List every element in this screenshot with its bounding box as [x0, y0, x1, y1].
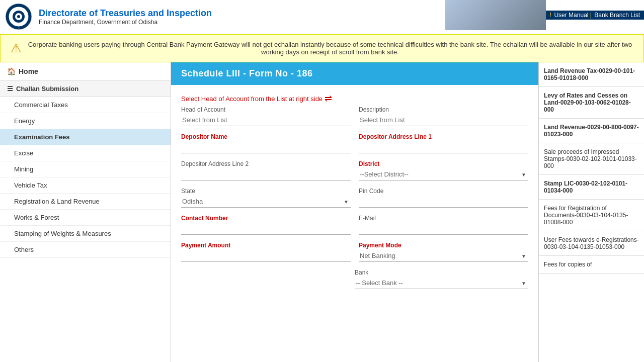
sidebar-section-header: ☰ Challan Submission [0, 81, 171, 97]
district-select-wrapper: --Select District-- [359, 168, 528, 180]
sidebar-item-energy[interactable]: Energy [0, 113, 171, 129]
right-panel-item-3[interactable]: Sale proceeds of Impressed Stamps-0030-0… [539, 143, 644, 175]
content-area: Schedule LIII - Form No - 186 Select Hea… [171, 62, 644, 362]
head-of-account-label: Head of Account [181, 106, 351, 113]
arrow-icon: ⇌ [325, 93, 332, 104]
bank-select[interactable]: -- Select Bank -- [355, 277, 528, 289]
right-panel-item-7[interactable]: Fees for copies of [539, 256, 644, 274]
depositor-name-label: Depositor Name [181, 133, 351, 140]
notice-banner: ⚠ Corporate banking users paying through… [0, 34, 644, 62]
hoa-notice: Select Head of Account from the List at … [181, 93, 528, 104]
state-label: State [181, 188, 351, 195]
email-label: E-Mail [359, 215, 528, 222]
list-icon: ☰ [7, 85, 13, 93]
depositor-address1-label: Depositor Address Line 1 [359, 133, 528, 140]
highlight-mark: ! [550, 12, 551, 19]
payment-mode-select[interactable]: Net Banking [359, 250, 528, 262]
depositor-address1-input[interactable] [359, 141, 528, 153]
depositor-address2-field: Depositor Address Line 2 [181, 160, 351, 180]
header-links: ! User Manual | Bank Branch List [546, 11, 644, 20]
sidebar-item-vehicle-tax[interactable]: Vehicle Tax [0, 177, 171, 194]
sidebar-item-mining[interactable]: Mining [0, 161, 171, 177]
right-panel-item-label-0: Land Revenue Tax [544, 67, 597, 74]
logo: ☆ [5, 3, 33, 31]
section-label: Challan Submission [16, 85, 78, 93]
contact-email-row: Contact Number E-Mail [181, 215, 528, 235]
pipe-separator: | [590, 12, 593, 19]
bank-select-wrapper: -- Select Bank -- [355, 277, 528, 289]
payment-amount-input[interactable] [181, 250, 351, 262]
right-panel-item-label-4: Stamp LIC [544, 180, 574, 187]
warning-icon: ⚠ [11, 41, 22, 55]
description-label: Description [359, 106, 528, 113]
sidebar-item-excise[interactable]: Excise [0, 145, 171, 161]
contact-field: Contact Number [181, 215, 351, 235]
right-panel-item-label-6: User Fees towards e-Registrations [544, 236, 637, 243]
home-label: Home [19, 67, 38, 75]
description-field: Description [359, 106, 528, 126]
bank-branch-list-link[interactable]: Bank Branch List [594, 12, 640, 19]
right-panel-item-6[interactable]: User Fees towards e-Registrations-0030-0… [539, 231, 644, 256]
hoa-notice-row: Select Head of Account from the List at … [181, 93, 528, 104]
head-of-account-field: Head of Account [181, 106, 351, 126]
site-subtitle: Finance Department, Government of Odisha [39, 19, 212, 26]
bank-row: Bank -- Select Bank -- [181, 269, 528, 289]
header-text: Directorate of Treasuries and Inspection… [39, 8, 212, 26]
sidebar-item-works-forest[interactable]: Works & Forest [0, 210, 171, 226]
depositor-address2-input[interactable] [181, 168, 351, 180]
pin-code-field: Pin Code [359, 188, 528, 208]
header-right: ! User Manual | Bank Branch List [445, 0, 644, 30]
head-of-account-input[interactable] [181, 114, 351, 126]
right-panel-item-5[interactable]: Fees for Registration of Documents-0030-… [539, 200, 644, 231]
svg-point-4 [17, 15, 20, 18]
right-panel-item-2[interactable]: Land Revenue-0029-00-800-0097-01023-000 [539, 119, 644, 143]
depositor-address1-field: Depositor Address Line 1 [359, 133, 528, 153]
state-select-wrapper: Odisha [181, 196, 351, 208]
form-body: Select Head of Account from the List at … [171, 85, 538, 304]
pin-code-input[interactable] [359, 196, 528, 208]
sidebar-item-commercial-taxes[interactable]: Commercial Taxes [0, 97, 171, 113]
notice-text: Corporate banking users paying through C… [27, 41, 633, 56]
right-panel-item-label-2: Land Revenue [544, 124, 585, 131]
payment-amount-field: Payment Amount [181, 242, 351, 262]
state-pin-row: State Odisha Pin Code [181, 188, 528, 208]
district-field: District --Select District-- [359, 160, 528, 180]
form-title: Schedule LIII - Form No - 186 [171, 62, 538, 85]
hoa-row: Head of Account Description [181, 106, 528, 126]
sidebar-item-others[interactable]: Others [0, 242, 171, 258]
right-panel-item-label-7: Fees for copies of [544, 261, 592, 268]
depositor-row1: Depositor Name Depositor Address Line 1 [181, 133, 528, 153]
main-layout: 🏠 Home ☰ Challan Submission Commercial T… [0, 62, 644, 362]
email-input[interactable] [359, 223, 528, 235]
home-icon: 🏠 [7, 67, 16, 75]
address2-district-row: Depositor Address Line 2 District --Sele… [181, 160, 528, 180]
sidebar-item-registration-land-revenue[interactable]: Registration & Land Revenue [0, 194, 171, 210]
bank-field: Bank -- Select Bank -- [355, 269, 528, 289]
page-header: ☆ Directorate of Treasuries and Inspecti… [0, 0, 644, 34]
contact-label: Contact Number [181, 215, 351, 222]
payment-amount-label: Payment Amount [181, 242, 351, 249]
pin-code-label: Pin Code [359, 188, 528, 195]
email-field: E-Mail [359, 215, 528, 235]
sidebar-home[interactable]: 🏠 Home [0, 62, 171, 81]
district-label: District [359, 160, 528, 167]
sidebar-item-stamping-weights[interactable]: Stamping of Weights & Measures [0, 226, 171, 242]
right-panel-item-0[interactable]: Land Revenue Tax-0029-00-101-0165-01018-… [539, 62, 644, 87]
sidebar-item-examination-fees[interactable]: Examination Fees [0, 129, 171, 145]
hoa-notice-text: Select Head of Account from the List at … [181, 95, 323, 103]
form-content: Schedule LIII - Form No - 186 Select Hea… [171, 62, 538, 362]
payment-mode-select-wrapper: Net Banking [359, 250, 528, 262]
right-panel-item-1[interactable]: Levy of Rates and Cesses on Land-0029-00… [539, 87, 644, 119]
contact-input[interactable] [181, 223, 351, 235]
payment-row: Payment Amount Payment Mode Net Banking [181, 242, 528, 262]
district-select[interactable]: --Select District-- [359, 168, 528, 180]
depositor-name-field: Depositor Name [181, 133, 351, 153]
sidebar: 🏠 Home ☰ Challan Submission Commercial T… [0, 62, 171, 362]
depositor-address2-label: Depositor Address Line 2 [181, 160, 351, 167]
state-select[interactable]: Odisha [181, 196, 351, 208]
right-panel-item-4[interactable]: Stamp LIC-0030-02-102-0101-01034-000 [539, 175, 644, 200]
user-manual-link[interactable]: User Manual [554, 12, 588, 19]
depositor-name-input[interactable] [181, 141, 351, 153]
state-field: State Odisha [181, 188, 351, 208]
description-input[interactable] [359, 114, 528, 126]
